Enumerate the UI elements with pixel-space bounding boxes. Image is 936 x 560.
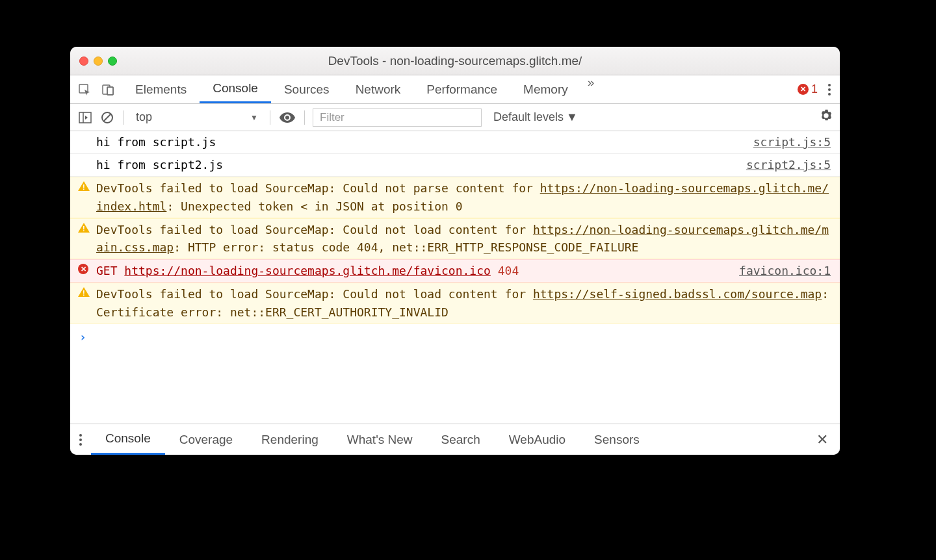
tab-console[interactable]: Console — [200, 75, 271, 103]
tab-sources[interactable]: Sources — [271, 75, 343, 103]
clear-console-icon[interactable] — [99, 109, 116, 126]
main-tabs: Elements Console Sources Network Perform… — [122, 75, 601, 103]
log-message: hi from script2.js — [96, 156, 736, 174]
drawer-tab-console[interactable]: Console — [91, 424, 165, 455]
main-tabbar: Elements Console Sources Network Perform… — [70, 75, 840, 104]
console-toolbar: top ▼ Default levels ▼ — [70, 104, 840, 131]
drawer-tabbar: Console Coverage Rendering What's New Se… — [70, 424, 840, 455]
device-toolbar-icon[interactable] — [101, 83, 114, 96]
log-source-link[interactable]: script.js:5 — [743, 133, 831, 151]
warning-icon — [78, 287, 90, 299]
error-icon: ✕ — [798, 84, 809, 95]
console-error-row[interactable]: ✕ GET https://non-loading-sourcemaps.gli… — [70, 259, 840, 283]
warning-message: DevTools failed to load SourceMap: Could… — [96, 285, 831, 322]
window-close-button[interactable] — [79, 57, 88, 66]
error-count-badge[interactable]: ✕ 1 — [798, 83, 818, 96]
context-selector[interactable]: top ▼ — [132, 110, 262, 124]
console-log-row[interactable]: hi from script.js script.js:5 — [70, 131, 840, 154]
console-warning-row[interactable]: DevTools failed to load SourceMap: Could… — [70, 177, 840, 218]
error-source-link[interactable]: favicon.ico:1 — [729, 262, 831, 280]
tabs-overflow-button[interactable]: » — [581, 75, 601, 103]
warning-icon — [78, 181, 90, 193]
console-log-row[interactable]: hi from script2.js script2.js:5 — [70, 154, 840, 177]
console-output: hi from script.js script.js:5 hi from sc… — [70, 131, 840, 424]
error-count: 1 — [811, 83, 818, 96]
inspect-controls — [70, 75, 122, 103]
toggle-sidebar-icon[interactable] — [77, 109, 94, 126]
warning-message: DevTools failed to load SourceMap: Could… — [96, 221, 831, 257]
filter-input[interactable] — [313, 108, 482, 127]
log-source-link[interactable]: script2.js:5 — [736, 156, 831, 174]
console-warning-row[interactable]: DevTools failed to load SourceMap: Could… — [70, 218, 840, 260]
levels-label: Default levels — [493, 110, 564, 124]
warning-icon — [78, 223, 90, 235]
drawer-tab-coverage[interactable]: Coverage — [165, 424, 247, 455]
live-expression-icon[interactable] — [278, 108, 296, 127]
settings-menu-button[interactable] — [828, 84, 831, 95]
tab-memory[interactable]: Memory — [510, 75, 581, 103]
tab-network[interactable]: Network — [343, 75, 414, 103]
drawer-tab-search[interactable]: Search — [427, 424, 495, 455]
devtools-window: DevTools - non-loading-sourcemaps.glitch… — [70, 47, 840, 455]
warning-message: DevTools failed to load SourceMap: Could… — [96, 179, 831, 216]
error-url-link[interactable]: https://non-loading-sourcemaps.glitch.me… — [124, 264, 491, 277]
console-settings-icon[interactable] — [819, 108, 833, 126]
window-minimize-button[interactable] — [94, 57, 103, 66]
drawer-tab-whatsnew[interactable]: What's New — [333, 424, 427, 455]
window-traffic-lights — [70, 57, 117, 66]
drawer-tab-rendering[interactable]: Rendering — [247, 424, 333, 455]
window-title: DevTools - non-loading-sourcemaps.glitch… — [70, 54, 840, 68]
toolbar-divider — [124, 110, 124, 125]
error-message: GET https://non-loading-sourcemaps.glitc… — [96, 262, 729, 280]
window-titlebar: DevTools - non-loading-sourcemaps.glitch… — [70, 47, 840, 75]
console-warning-row[interactable]: DevTools failed to load SourceMap: Could… — [70, 283, 840, 324]
drawer-tabs: Console Coverage Rendering What's New Se… — [91, 424, 654, 455]
filter-field — [313, 108, 482, 127]
sourcemap-link[interactable]: https://self-signed.badssl.com/source.ma… — [533, 287, 822, 301]
dropdown-arrow-icon: ▼ — [566, 110, 578, 124]
drawer-close-button[interactable]: ✕ — [805, 431, 840, 448]
toolbar-divider — [270, 110, 270, 125]
drawer-menu-button[interactable] — [70, 434, 91, 446]
console-prompt[interactable]: › — [70, 324, 840, 350]
log-levels-selector[interactable]: Default levels ▼ — [487, 110, 578, 124]
drawer-tab-webaudio[interactable]: WebAudio — [495, 424, 580, 455]
toolbar-divider — [304, 110, 305, 125]
svg-rect-2 — [107, 87, 113, 95]
tab-performance[interactable]: Performance — [413, 75, 510, 103]
error-icon: ✕ — [78, 264, 90, 275]
drawer-tab-sensors[interactable]: Sensors — [580, 424, 654, 455]
tab-elements[interactable]: Elements — [122, 75, 200, 103]
dropdown-arrow-icon: ▼ — [250, 113, 258, 122]
window-maximize-button[interactable] — [108, 57, 117, 66]
log-message: hi from script.js — [96, 133, 743, 151]
context-label: top — [136, 110, 152, 124]
inspect-element-icon[interactable] — [78, 83, 91, 96]
